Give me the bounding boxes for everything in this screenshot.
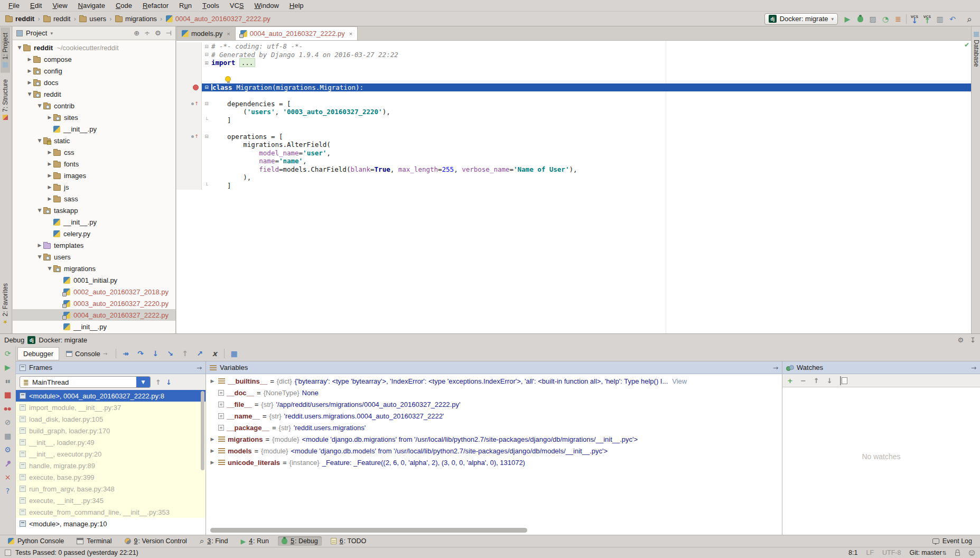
- view-link[interactable]: View: [672, 377, 687, 385]
- code-gutter[interactable]: [176, 149, 202, 157]
- chevron-down-icon[interactable]: ▾: [50, 31, 53, 36]
- frames-list[interactable]: <module>, 0004_auto_20160327_2222.py:8im…: [16, 390, 206, 535]
- run-icon[interactable]: ▶: [841, 13, 854, 25]
- variable-row[interactable]: ▶__builtins__ = {dict}{'bytearray': <typ…: [206, 375, 782, 387]
- fold-marker[interactable]: ⊟: [202, 101, 211, 106]
- tree-collapsed-arrow[interactable]: ▶: [26, 57, 33, 62]
- thread-select[interactable]: ≣ MainThread ▼: [20, 376, 151, 388]
- breadcrumb-item[interactable]: migrations: [114, 15, 158, 23]
- stripe-tab-favorites[interactable]: ★2: Favorites: [1, 278, 10, 330]
- frame-row[interactable]: run_from_argv, base.py:348: [16, 483, 206, 495]
- code-editor[interactable]: ✔ ⊟# -*- coding: utf-8 -*-⊟# Generated b…: [176, 41, 971, 333]
- tree-item[interactable]: 0001_initial.py: [13, 274, 175, 286]
- variable-row[interactable]: ≋__package__ = {str}'reddit.users.migrat…: [206, 422, 782, 433]
- hector-icon[interactable]: ☺: [968, 549, 975, 557]
- profiler-icon[interactable]: ◔: [879, 13, 892, 25]
- tool-window-switcher-icon[interactable]: [5, 550, 11, 556]
- variable-row[interactable]: ≋__file__ = {str}'/app/reddit/users/migr…: [206, 398, 782, 410]
- stripe-tab-project[interactable]: 1: Project: [1, 27, 10, 73]
- tree-item[interactable]: ▶images: [13, 170, 175, 181]
- code-gutter[interactable]: [176, 59, 202, 67]
- toolwindow-debug[interactable]: 5: Debug: [278, 536, 322, 546]
- pin-arrow-icon[interactable]: →: [971, 364, 976, 371]
- tree-item[interactable]: 0004_auto_20160327_2222.py: [13, 309, 175, 321]
- menu-item-window[interactable]: Window: [249, 0, 284, 11]
- variable-row[interactable]: ▶migrations = {module}<module 'django.db…: [206, 433, 782, 445]
- frame-down-icon[interactable]: ↓: [166, 378, 172, 386]
- menu-item-code[interactable]: Code: [110, 0, 137, 11]
- code-gutter[interactable]: [176, 75, 202, 83]
- tree-item[interactable]: ▶compose: [13, 53, 175, 65]
- fold-marker[interactable]: ⊟: [202, 52, 211, 57]
- variables-horizontal-scrollbar[interactable]: [210, 528, 527, 533]
- tree-collapsed-arrow[interactable]: ▶: [36, 243, 43, 248]
- caret-position[interactable]: 8:1: [848, 549, 857, 556]
- tree-item[interactable]: celery.py: [13, 228, 175, 239]
- hide-icon[interactable]: ⊣: [166, 29, 172, 37]
- fold-marker[interactable]: ⊟: [202, 44, 211, 49]
- tree-item[interactable]: ▼migrations: [13, 263, 175, 274]
- step-into-icon[interactable]: ↓: [148, 348, 162, 359]
- code-gutter[interactable]: [176, 165, 202, 174]
- menu-item-help[interactable]: Help: [284, 0, 309, 11]
- settings-icon[interactable]: ⚙: [957, 336, 964, 344]
- breakpoint-icon[interactable]: [193, 85, 199, 90]
- fold-marker[interactable]: ⊞: [202, 60, 211, 66]
- code-gutter[interactable]: [176, 51, 202, 59]
- tree-expanded-arrow[interactable]: ▼: [16, 45, 23, 50]
- tree-item[interactable]: ▶sites: [13, 111, 175, 123]
- toolwindow-version-control[interactable]: 9: Version Control: [121, 536, 191, 546]
- evaluate-expression-icon[interactable]: x: [208, 348, 221, 359]
- mute-breakpoints-icon[interactable]: ⊘: [2, 417, 14, 427]
- encoding-indicator[interactable]: UTF-8: [882, 549, 901, 556]
- editor-tab[interactable]: 0004_auto_20160327_2222.py×: [236, 26, 358, 40]
- frame-row[interactable]: <module>, manage.py:10: [16, 518, 206, 529]
- code-gutter[interactable]: [176, 124, 202, 133]
- editor-tab[interactable]: models.py×: [176, 26, 236, 40]
- tree-collapsed-arrow[interactable]: ▶: [46, 150, 53, 155]
- pin-arrow-icon[interactable]: →: [197, 364, 202, 371]
- debug-tab-debugger[interactable]: Debugger: [17, 347, 59, 360]
- close-icon[interactable]: ×: [2, 472, 14, 482]
- run-configuration-select[interactable]: dj Docker: migrate ▾: [764, 13, 838, 25]
- collapse-all-icon[interactable]: ÷: [144, 29, 150, 37]
- project-panel-title[interactable]: Project: [26, 29, 47, 37]
- vcs-commit-icon[interactable]: VCS↑: [921, 13, 934, 25]
- code-gutter[interactable]: [176, 157, 202, 165]
- tree-collapsed-arrow[interactable]: ▶: [46, 161, 53, 166]
- menu-item-file[interactable]: File: [3, 0, 25, 11]
- code-gutter[interactable]: [176, 67, 202, 76]
- menu-item-edit[interactable]: Edit: [25, 0, 47, 11]
- step-out-icon[interactable]: ↑: [178, 348, 192, 359]
- watches-body[interactable]: No watches: [782, 387, 980, 535]
- frames-scrollbar[interactable]: [201, 391, 204, 470]
- variables-list[interactable]: ▶__builtins__ = {dict}{'bytearray': <typ…: [206, 374, 782, 535]
- toolwindow-find[interactable]: ⌕3: Find: [196, 535, 232, 547]
- tree-collapsed-arrow[interactable]: ▶: [26, 68, 33, 73]
- project-tree[interactable]: ▼reddit~/cookiecutter/reddit▶compose▶con…: [13, 40, 175, 333]
- frame-up-icon[interactable]: ↑: [155, 378, 161, 386]
- code-gutter[interactable]: [176, 116, 202, 125]
- intention-bulb-icon[interactable]: [225, 76, 231, 82]
- tree-item[interactable]: ▶templates: [13, 239, 175, 251]
- resume-icon[interactable]: ▶: [2, 362, 14, 372]
- help-icon[interactable]: ?: [2, 486, 14, 496]
- view-breakpoints-icon[interactable]: ●●: [2, 404, 14, 413]
- tree-collapsed-arrow[interactable]: ▶: [26, 80, 33, 85]
- menu-item-view[interactable]: View: [47, 0, 72, 11]
- lock-icon[interactable]: [955, 552, 960, 556]
- tree-item[interactable]: ▶js: [13, 181, 175, 193]
- pin-icon[interactable]: [2, 459, 14, 468]
- move-up-icon[interactable]: ↑: [814, 377, 819, 385]
- code-gutter[interactable]: [176, 173, 202, 182]
- remove-watch-icon[interactable]: −: [800, 377, 806, 385]
- frame-row[interactable]: execute_from_command_line, __init__.py:3…: [16, 506, 206, 518]
- step-over-icon[interactable]: ↷: [134, 348, 147, 359]
- stripe-tab-database[interactable]: Database: [972, 27, 980, 71]
- concurrency-diagram-icon[interactable]: ≣: [892, 13, 904, 25]
- tree-item[interactable]: ▶sass: [13, 193, 175, 204]
- rerun-icon[interactable]: ⟳: [2, 349, 14, 358]
- variable-row[interactable]: ≋__doc__ = {NoneType}None: [206, 387, 782, 398]
- show-execution-point-icon[interactable]: ↠: [119, 348, 133, 359]
- duplicate-watch-icon[interactable]: [840, 377, 841, 385]
